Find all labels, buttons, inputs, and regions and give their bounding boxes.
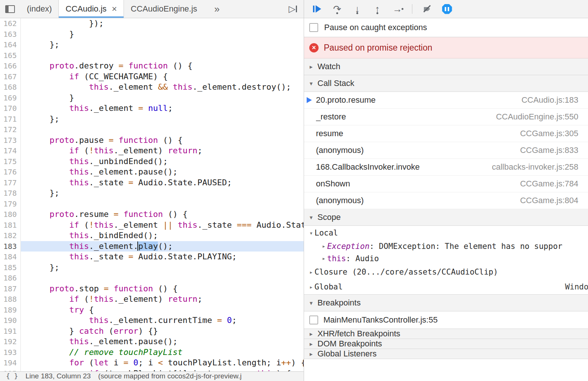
- line-number[interactable]: 193: [0, 347, 21, 358]
- line-number[interactable]: 188: [0, 294, 21, 305]
- scope-group-header[interactable]: ▸Closure (20.../core/assets/CCAudioClip): [304, 265, 588, 279]
- call-stack-frame[interactable]: 168.CallbacksInvoker.invokecallbacks-inv…: [304, 159, 588, 176]
- section-call-stack[interactable]: ▾ Call Stack: [304, 75, 588, 92]
- scope-property[interactable]: ▸this: Audio: [304, 252, 588, 265]
- line-number[interactable]: 195: [0, 368, 21, 372]
- file-tab[interactable]: CCAudioEngine.js: [124, 0, 204, 18]
- line-number[interactable]: 182: [0, 230, 21, 241]
- line-number[interactable]: 180: [0, 209, 21, 220]
- call-stack-frame[interactable]: onShownCCGame.js:784: [304, 176, 588, 192]
- step-into-icon[interactable]: ↓: [349, 2, 365, 16]
- line-number[interactable]: 172: [0, 124, 21, 135]
- section-scope[interactable]: ▾ Scope: [304, 209, 588, 226]
- code-line[interactable]: 168 this._element && this._element.destr…: [0, 82, 304, 93]
- pause-on-caught-row[interactable]: Pause on caught exceptions: [304, 18, 588, 37]
- close-tab-icon[interactable]: ×: [112, 4, 117, 13]
- line-number[interactable]: 162: [0, 18, 21, 29]
- code-line[interactable]: 191 } catch (error) {}: [0, 326, 304, 337]
- code-line[interactable]: 194 for (let i = 0; i < touchPlayList.le…: [0, 358, 304, 368]
- step-icon[interactable]: →: [390, 2, 405, 16]
- code-line[interactable]: 170 this._element = null;: [0, 103, 304, 114]
- file-tab-active[interactable]: CCAudio.js×: [58, 0, 124, 18]
- step-out-icon[interactable]: ↑: [370, 2, 385, 16]
- scope-group-header[interactable]: ▾Local: [304, 226, 588, 240]
- breakpoint-checkbox[interactable]: [309, 316, 318, 324]
- line-number[interactable]: 192: [0, 336, 21, 347]
- line-number[interactable]: 178: [0, 188, 21, 199]
- code-line[interactable]: 183 this._element.play();: [0, 241, 304, 252]
- code-line[interactable]: 172: [0, 124, 304, 135]
- line-number[interactable]: 168: [0, 82, 21, 93]
- code-line[interactable]: 184 this._state = Audio.State.PLAYING;: [0, 252, 304, 262]
- call-stack-frame[interactable]: _restoreCCAudioEngine.js:550: [304, 109, 588, 125]
- code-line[interactable]: 189 try {: [0, 305, 304, 316]
- line-number[interactable]: 190: [0, 315, 21, 326]
- code-line[interactable]: 173 proto.pause = function () {: [0, 135, 304, 146]
- line-number[interactable]: 176: [0, 167, 21, 177]
- toggle-navigator-button[interactable]: [0, 0, 20, 18]
- code-line[interactable]: 193 // remove touchPlayList: [0, 347, 304, 358]
- code-line[interactable]: 192 this._element.pause();: [0, 336, 304, 347]
- code-line[interactable]: 188 if (!this._element) return;: [0, 294, 304, 305]
- code-line[interactable]: 190 this._element.currentTime = 0;: [0, 315, 304, 326]
- line-number[interactable]: 167: [0, 71, 21, 82]
- call-stack-frame[interactable]: 20.proto.resumeCCAudio.js:183: [304, 92, 588, 109]
- section-xhr-fetch-breakpoints[interactable]: ▸XHR/fetch Breakpoints: [304, 329, 588, 339]
- line-number[interactable]: 189: [0, 305, 21, 316]
- code-line[interactable]: 174 if (!this._element) return;: [0, 145, 304, 156]
- call-stack-frame[interactable]: (anonymous)CCGame.js:833: [304, 142, 588, 159]
- code-line[interactable]: 175 this._unbindEnded();: [0, 156, 304, 167]
- call-stack-frame[interactable]: resumeCCGame.js:305: [304, 125, 588, 142]
- line-number[interactable]: 169: [0, 93, 21, 103]
- call-stack-frame[interactable]: (anonymous)CCGame.js:804: [304, 192, 588, 209]
- line-number[interactable]: 185: [0, 262, 21, 273]
- line-number[interactable]: 164: [0, 39, 21, 50]
- line-number[interactable]: 191: [0, 326, 21, 337]
- line-number[interactable]: 165: [0, 50, 21, 61]
- deactivate-breakpoints-icon[interactable]: [419, 2, 435, 16]
- code-editor[interactable]: 162 });163 }164 };165166 proto.destroy =…: [0, 18, 304, 371]
- line-number[interactable]: 170: [0, 103, 21, 114]
- scope-property[interactable]: ▸Exception: DOMException: The element ha…: [304, 240, 588, 252]
- line-number[interactable]: 177: [0, 177, 21, 188]
- code-line[interactable]: 176 this._element.pause();: [0, 167, 304, 177]
- code-line[interactable]: 179: [0, 199, 304, 209]
- code-line[interactable]: 182 this._bindEnded();: [0, 230, 304, 241]
- line-number[interactable]: 179: [0, 199, 21, 209]
- pause-on-exceptions-icon[interactable]: [439, 2, 455, 16]
- line-number[interactable]: 187: [0, 284, 21, 294]
- resume-script-icon[interactable]: [309, 2, 325, 16]
- section-dom-breakpoints[interactable]: ▸DOM Breakpoints: [304, 339, 588, 349]
- code-line[interactable]: 171 };: [0, 114, 304, 125]
- line-number[interactable]: 184: [0, 252, 21, 262]
- section-watch[interactable]: ▸ Watch: [304, 58, 588, 75]
- code-line[interactable]: 169 }: [0, 93, 304, 103]
- pretty-print-button[interactable]: { }: [6, 372, 18, 380]
- code-line[interactable]: 164 };: [0, 39, 304, 50]
- tab-overflow-button[interactable]: »: [209, 0, 225, 18]
- code-line[interactable]: 163 }: [0, 29, 304, 40]
- file-tab[interactable]: (index): [20, 0, 58, 18]
- code-line[interactable]: 180 proto.resume = function () {: [0, 209, 304, 220]
- step-over-icon[interactable]: ↷: [329, 2, 345, 16]
- line-number[interactable]: 183: [0, 241, 21, 252]
- line-number[interactable]: 173: [0, 135, 21, 146]
- code-line[interactable]: 162 });: [0, 18, 304, 29]
- line-number[interactable]: 186: [0, 273, 21, 284]
- code-line[interactable]: 165: [0, 50, 304, 61]
- code-line[interactable]: 167 if (CC_WECHATGAME) {: [0, 71, 304, 82]
- code-line[interactable]: 195 if (touchPlayList[i].instance === th…: [0, 368, 304, 372]
- scope-group-header[interactable]: ▸GlobalWindow: [304, 279, 588, 294]
- line-number[interactable]: 194: [0, 358, 21, 368]
- line-number[interactable]: 166: [0, 61, 21, 71]
- pause-on-caught-checkbox[interactable]: [309, 23, 318, 32]
- toggle-debugger-pane-icon[interactable]: ▷: [289, 0, 304, 18]
- line-number[interactable]: 163: [0, 29, 21, 40]
- code-line[interactable]: 187 proto.stop = function () {: [0, 284, 304, 294]
- code-line[interactable]: 185 };: [0, 262, 304, 273]
- section-breakpoints[interactable]: ▾ Breakpoints: [304, 294, 588, 311]
- line-number[interactable]: 181: [0, 220, 21, 231]
- code-line[interactable]: 181 if (!this._element || this._state ==…: [0, 220, 304, 231]
- breakpoint-item[interactable]: MainMenuTanksController.js:55: [304, 311, 588, 329]
- line-number[interactable]: 174: [0, 145, 21, 156]
